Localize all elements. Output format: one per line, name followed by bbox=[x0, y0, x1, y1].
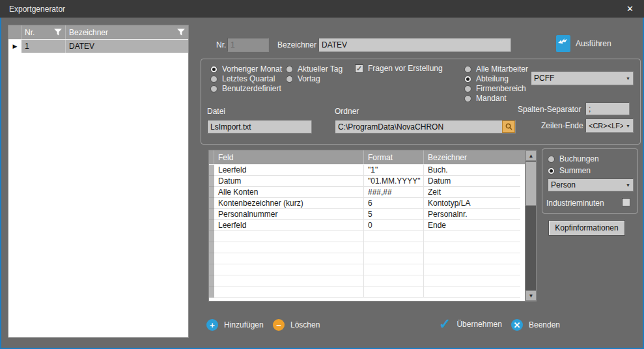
abteilung-select[interactable]: PCFF ▼ bbox=[531, 71, 634, 85]
scroll-up-button[interactable]: ▲ bbox=[525, 150, 537, 161]
column-header-format[interactable]: Format bbox=[364, 150, 424, 164]
table-row-empty[interactable] bbox=[209, 242, 536, 253]
radio-icon bbox=[464, 85, 471, 92]
table-row[interactable]: Kontenbezeichner (kurz) 6 Kontotyp/LA bbox=[209, 198, 536, 209]
radio-vortag[interactable]: Vortag bbox=[286, 74, 320, 83]
table-row[interactable]: Leerfeld "1" Buch. bbox=[209, 165, 536, 176]
row-marker-cell bbox=[209, 198, 214, 209]
cell-empty bbox=[424, 242, 520, 253]
radio-aktueller-tag[interactable]: Aktueller Tag bbox=[286, 64, 343, 74]
radio-label: Summen bbox=[559, 166, 591, 175]
radio-mandant[interactable]: Mandant bbox=[464, 94, 507, 103]
radio-alle-mitarbeiter[interactable]: Alle Mitarbeiter bbox=[464, 64, 528, 74]
export-row-bezeichner: DATEV bbox=[66, 40, 188, 53]
hinzufuegen-button[interactable]: + Hinzufügen bbox=[206, 319, 264, 331]
table-row-empty[interactable] bbox=[209, 253, 536, 264]
window-body: Nr. Bezeichner ▶ 1 DATEV Nr. Bezeichner bbox=[0, 18, 644, 349]
vertical-scrollbar[interactable]: ▲ ▼ bbox=[525, 150, 536, 301]
table-row-empty[interactable] bbox=[209, 231, 536, 242]
radio-benutzerdefiniert[interactable]: Benutzerdefiniert bbox=[210, 84, 281, 93]
radio-abteilung[interactable]: Abteilung bbox=[464, 74, 509, 83]
cell-format: 0 bbox=[364, 220, 424, 231]
ordner-field[interactable] bbox=[335, 120, 516, 133]
beenden-button[interactable]: ✕ Beenden bbox=[511, 319, 560, 331]
table-row-empty[interactable] bbox=[209, 275, 536, 286]
field-table-header: Feld Format Bezeichner bbox=[209, 150, 536, 165]
table-row[interactable]: Datum "01.MM.YYYY" Datum bbox=[209, 176, 536, 187]
row-marker-cell bbox=[209, 209, 214, 220]
kopfinformationen-button[interactable]: Kopfinformationen bbox=[548, 220, 625, 236]
cell-empty bbox=[364, 286, 424, 298]
industrieminuten-checkbox[interactable] bbox=[622, 198, 630, 206]
radio-summen[interactable]: Summen bbox=[548, 166, 591, 175]
marker-column-header bbox=[209, 150, 214, 164]
chevron-down-icon: ▼ bbox=[626, 183, 630, 188]
radio-icon bbox=[286, 76, 293, 83]
cell-bezeichner: Personalnr. bbox=[424, 209, 520, 220]
cell-empty bbox=[364, 275, 424, 286]
cell-feld: Personalnummer bbox=[214, 209, 364, 220]
radio-buchungen[interactable]: Buchungen bbox=[548, 154, 599, 163]
radio-label: Firmenbereich bbox=[476, 84, 526, 93]
bezeichner-field[interactable] bbox=[318, 38, 511, 52]
browse-folder-button[interactable] bbox=[502, 120, 515, 133]
cell-empty bbox=[214, 231, 364, 242]
table-row-empty[interactable] bbox=[209, 264, 536, 275]
table-row[interactable]: Alle Konten ###,## Zeit bbox=[209, 187, 536, 198]
table-row-empty[interactable] bbox=[209, 286, 536, 298]
cell-empty bbox=[214, 253, 364, 264]
spalten-separator-field[interactable] bbox=[585, 102, 630, 115]
cell-bezeichner: Kontotyp/LA bbox=[424, 198, 520, 209]
table-row[interactable]: Personalnummer 5 Personalnr. bbox=[209, 209, 536, 220]
filter-icon[interactable] bbox=[54, 29, 62, 36]
checkbox-icon: ✓ bbox=[355, 64, 363, 73]
window-title: Exportgenerator bbox=[9, 5, 65, 14]
abteilung-select-value: PCFF bbox=[534, 74, 623, 83]
row-marker-cell bbox=[209, 220, 214, 231]
ausfuehren-button[interactable]: Ausführen bbox=[556, 35, 611, 52]
zeilen-ende-label: Zeilen-Ende bbox=[541, 121, 583, 130]
plus-icon: + bbox=[206, 319, 218, 331]
cell-feld: Datum bbox=[214, 176, 364, 187]
cell-empty bbox=[364, 253, 424, 264]
close-button[interactable]: ✕ bbox=[626, 4, 634, 14]
column-header-feld[interactable]: Feld bbox=[214, 150, 364, 164]
filter-icon[interactable] bbox=[177, 29, 185, 36]
cross-icon: ✕ bbox=[511, 319, 523, 331]
radio-icon bbox=[548, 156, 555, 163]
radio-label: Buchungen bbox=[559, 154, 599, 163]
cell-feld: Kontenbezeichner (kurz) bbox=[214, 198, 364, 209]
cell-format: 5 bbox=[364, 209, 424, 220]
column-header-bezeichner-label: Bezeichner bbox=[69, 28, 108, 37]
zeilen-ende-select[interactable]: <CR><LF> ▼ bbox=[585, 119, 634, 133]
radio-icon bbox=[210, 76, 217, 83]
person-select-value: Person bbox=[551, 180, 623, 189]
row-marker-cell bbox=[209, 187, 214, 198]
row-marker-cell bbox=[209, 231, 214, 242]
loeschen-button[interactable]: − Löschen bbox=[273, 319, 320, 331]
export-list-row[interactable]: ▶ 1 DATEV bbox=[8, 40, 188, 53]
radio-vorheriger-monat[interactable]: Vorheriger Monat bbox=[210, 64, 282, 74]
ordner-label: Ordner bbox=[335, 107, 359, 116]
table-row[interactable]: Leerfeld 0 Ende bbox=[209, 220, 536, 231]
uebernehmen-button[interactable]: ✓ Übernehmen bbox=[439, 317, 502, 331]
row-marker-cell bbox=[209, 275, 214, 286]
nr-label: Nr. bbox=[216, 40, 226, 49]
person-select[interactable]: Person ▼ bbox=[548, 178, 634, 191]
radio-label: Letztes Quartal bbox=[222, 74, 275, 83]
column-header-bezeichner[interactable]: Bezeichner bbox=[66, 25, 188, 39]
column-header-bezeichner[interactable]: Bezeichner bbox=[424, 150, 525, 164]
scrollbar-thumb[interactable] bbox=[525, 161, 537, 206]
radio-firmenbereich[interactable]: Firmenbereich bbox=[464, 84, 526, 93]
datei-label: Datei bbox=[207, 107, 225, 116]
radio-label: Vortag bbox=[298, 74, 320, 83]
export-list-header: Nr. Bezeichner bbox=[8, 25, 188, 40]
loeschen-label: Löschen bbox=[290, 320, 320, 329]
ausfuehren-label: Ausführen bbox=[576, 39, 611, 48]
radio-letztes-quartal[interactable]: Letztes Quartal bbox=[210, 74, 275, 83]
datei-field[interactable] bbox=[207, 120, 312, 133]
radio-label: Abteilung bbox=[476, 74, 509, 83]
column-header-nr[interactable]: Nr. bbox=[21, 25, 66, 39]
checkbox-fragen-vor-erstellung[interactable]: ✓ Fragen vor Erstellung bbox=[355, 64, 443, 73]
scroll-down-button[interactable]: ▼ bbox=[525, 290, 537, 301]
